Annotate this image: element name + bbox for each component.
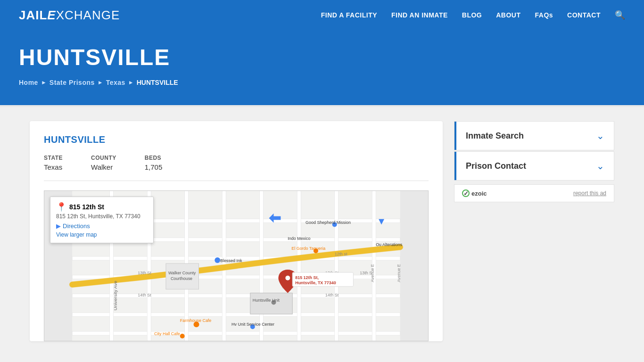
- svg-rect-5: [72, 294, 400, 298]
- svg-text:Huntsville Unit: Huntsville Unit: [253, 298, 280, 303]
- breadcrumb-state-prisons[interactable]: State Prisons: [50, 79, 95, 86]
- beds-meta: BEDS 1,705: [145, 155, 163, 171]
- ezoic-label: ezoic: [471, 190, 487, 197]
- svg-rect-22: [250, 293, 292, 314]
- svg-text:Walker County: Walker County: [168, 271, 196, 275]
- state-meta: STATE Texas: [44, 155, 63, 171]
- svg-text:Hv Unit Service Center: Hv Unit Service Center: [231, 322, 274, 327]
- svg-text:12th st: 12th st: [335, 252, 347, 256]
- svg-rect-14: [335, 191, 339, 341]
- county-value: Walker: [91, 163, 116, 171]
- svg-text:14th St: 14th St: [325, 293, 339, 297]
- state-value: Texas: [44, 163, 63, 171]
- hero-banner: HUNTSVILLE Home ► State Prisons ► Texas …: [0, 30, 644, 107]
- svg-point-27: [180, 334, 185, 338]
- report-ad-label[interactable]: report this ad: [573, 190, 606, 197]
- view-larger-map-link[interactable]: View larger map: [56, 231, 148, 238]
- page-title: HUNTSVILLE: [19, 44, 625, 70]
- svg-text:Blessed Ink: Blessed Ink: [220, 258, 242, 263]
- svg-text:14th St: 14th St: [138, 293, 151, 297]
- map-place-address: 815 12th St, Huntsville, TX 77340: [56, 213, 148, 220]
- facility-title: HUNTSVILLE: [44, 134, 429, 145]
- breadcrumb-sep-2: ►: [98, 79, 103, 86]
- svg-text:Courthouse: Courthouse: [171, 276, 192, 281]
- ezoic-circle-icon: ✓: [462, 189, 470, 197]
- svg-rect-6: [72, 313, 400, 316]
- main-nav: FIND A FACILITY FIND AN INMATE BLOG ABOU…: [321, 10, 625, 20]
- nav-find-inmate[interactable]: FIND AN INMATE: [391, 11, 448, 19]
- facility-card: HUNTSVILLE STATE Texas COUNTY Walker BED…: [30, 121, 443, 341]
- county-label: COUNTY: [91, 155, 116, 161]
- state-label: STATE: [44, 155, 63, 161]
- nav-contact[interactable]: CONTACT: [567, 11, 601, 19]
- svg-text:Good Shepherd Mission: Good Shepherd Mission: [305, 220, 351, 225]
- map-place-name: 📍 815 12th St: [56, 202, 148, 212]
- ezoic-bar: ✓ ezoic report this ad: [454, 184, 614, 202]
- svg-text:815 12th St,: 815 12th St,: [295, 275, 319, 280]
- site-logo[interactable]: JAILEXCHANGE: [19, 8, 120, 23]
- breadcrumb-sep-3: ►: [128, 79, 134, 86]
- svg-text:Avenue E: Avenue E: [396, 264, 401, 282]
- svg-point-47: [285, 276, 290, 280]
- svg-text:13th St: 13th St: [138, 271, 151, 275]
- breadcrumb-sep-1: ►: [41, 79, 47, 86]
- svg-rect-13: [297, 191, 301, 341]
- breadcrumb-home[interactable]: Home: [19, 79, 38, 86]
- prison-contact-chevron-icon: ⌄: [596, 160, 604, 172]
- main-content: HUNTSVILLE STATE Texas COUNTY Walker BED…: [16, 121, 628, 341]
- svg-text:Farmhouse Cafe: Farmhouse Cafe: [180, 318, 212, 323]
- svg-text:City Hall Cafe: City Hall Cafe: [154, 331, 180, 336]
- svg-text:Ou Alterations: Ou Alterations: [376, 242, 403, 247]
- breadcrumb-texas[interactable]: Texas: [106, 79, 125, 86]
- prison-contact-widget: Prison Contact ⌄: [454, 151, 614, 181]
- inmate-search-widget: Inmate Search ⌄: [454, 121, 614, 150]
- nav-faqs[interactable]: FAQs: [535, 11, 553, 19]
- facility-meta: STATE Texas COUNTY Walker BEDS 1,705: [44, 155, 429, 181]
- svg-text:University Ave: University Ave: [113, 280, 118, 310]
- svg-text:Huntsville, TX 77340: Huntsville, TX 77340: [295, 280, 336, 285]
- nav-blog[interactable]: BLOG: [462, 11, 482, 19]
- prison-contact-title: Prison Contact: [466, 161, 526, 171]
- svg-rect-12: [260, 191, 264, 341]
- site-header: JAILEXCHANGE FIND A FACILITY FIND AN INM…: [0, 0, 644, 30]
- ezoic-logo: ✓ ezoic: [462, 189, 487, 197]
- inmate-search-header[interactable]: Inmate Search ⌄: [454, 122, 614, 150]
- svg-rect-7: [72, 331, 400, 335]
- logo-jail-text: JAILEXCHANGE: [19, 8, 120, 23]
- map-container[interactable]: University Ave Walker County Courthouse …: [44, 190, 429, 341]
- breadcrumb: Home ► State Prisons ► Texas ► HUNTSVILL…: [19, 79, 625, 86]
- search-icon-button[interactable]: 🔍: [615, 10, 625, 20]
- county-meta: COUNTY Walker: [91, 155, 116, 171]
- breadcrumb-current: HUNTSVILLE: [137, 79, 178, 86]
- svg-text:El Gordo Taqueria: El Gordo Taqueria: [291, 246, 325, 251]
- svg-point-20: [215, 257, 220, 263]
- beds-value: 1,705: [145, 163, 163, 171]
- nav-find-facility[interactable]: FIND A FACILITY: [321, 11, 377, 19]
- inmate-search-title: Inmate Search: [466, 131, 524, 141]
- prison-contact-header[interactable]: Prison Contact ⌄: [454, 152, 614, 180]
- beds-label: BEDS: [145, 155, 163, 161]
- svg-text:Avenue E: Avenue E: [370, 264, 375, 282]
- map-info-box: 📍 815 12th St 815 12th St, Huntsville, T…: [50, 197, 154, 243]
- right-sidebar: Inmate Search ⌄ Prison Contact ⌄ ✓ ezoic…: [454, 121, 614, 202]
- nav-about[interactable]: ABOUT: [496, 11, 520, 19]
- svg-text:Indo Mexico: Indo Mexico: [288, 236, 310, 241]
- directions-link[interactable]: ▶ Directions: [56, 222, 148, 230]
- directions-icon: ▶: [56, 222, 61, 230]
- inmate-search-chevron-icon: ⌄: [596, 130, 604, 141]
- map-pin-indicator: 📍: [56, 202, 66, 212]
